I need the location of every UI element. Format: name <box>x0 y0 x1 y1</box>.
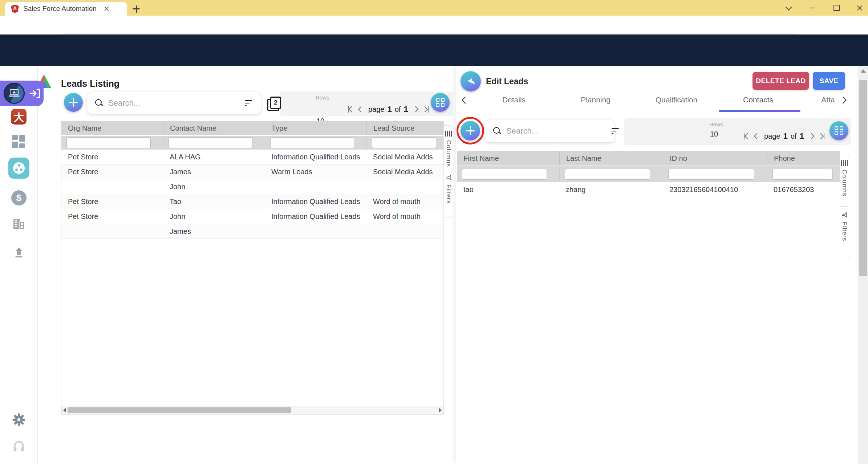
window-close-button[interactable] <box>851 0 868 16</box>
table-row[interactable]: Pet StoreJamesWarm LeadsSocial Media Add… <box>61 164 443 179</box>
column-filter-input[interactable] <box>772 169 833 180</box>
table-row[interactable]: taozhang230321656041004100167653203 <box>457 182 840 197</box>
angular-favicon-icon <box>11 5 19 13</box>
right-search-input[interactable] <box>506 126 612 136</box>
browser-tab-bar: Sales Force Automation <box>0 0 868 16</box>
columns-side-tab[interactable]: Columns <box>840 155 849 211</box>
columns-icon <box>841 160 848 166</box>
columns-icon <box>445 131 452 137</box>
tab-planning[interactable]: Planning <box>574 95 617 104</box>
filter-sort-icon[interactable] <box>245 100 252 106</box>
first-page-button[interactable] <box>348 106 354 113</box>
table-cell: Social Media Adds <box>366 165 444 179</box>
column-header[interactable]: Org Name <box>61 121 163 135</box>
delete-lead-button[interactable]: DELETE LEAD <box>753 72 809 90</box>
column-header[interactable]: Lead Source <box>366 121 444 135</box>
rows-label: Rows <box>316 94 329 101</box>
tab-details[interactable]: Details <box>494 95 534 104</box>
column-header[interactable]: ID no <box>663 151 767 165</box>
tab-attachments[interactable]: Atta <box>817 95 839 104</box>
column-filter-input[interactable] <box>66 137 151 148</box>
sidebar-item-red-cjk-app[interactable] <box>11 109 27 125</box>
filter-sort-icon[interactable] <box>612 128 619 134</box>
table-row[interactable]: Pet StoreTaoInformation Qualified LeadsW… <box>61 194 443 209</box>
plus-icon <box>69 98 78 107</box>
window-restore-button[interactable] <box>828 0 845 16</box>
next-page-button[interactable] <box>809 134 814 138</box>
tab-close-icon[interactable] <box>102 4 111 13</box>
table-cell: Tao <box>163 195 265 209</box>
columns-side-tab[interactable]: Columns <box>444 125 453 174</box>
column-header[interactable]: First Name <box>457 151 559 165</box>
browser-tab[interactable]: Sales Force Automation <box>5 2 127 16</box>
column-filter-input[interactable] <box>565 169 650 180</box>
window-minimize-button[interactable] <box>804 0 821 16</box>
table-row[interactable]: John <box>61 179 443 194</box>
column-filter-input[interactable] <box>462 169 547 180</box>
window-chevron-button[interactable] <box>780 0 797 16</box>
table-row[interactable]: Pet StoreJohnInformation Qualified Leads… <box>61 209 443 224</box>
add-lead-button[interactable] <box>64 93 83 112</box>
next-page-button[interactable] <box>413 107 418 111</box>
page-scrollbar[interactable] <box>858 66 868 464</box>
tab-contacts[interactable]: Contacts <box>734 95 783 104</box>
duplicate-view-button[interactable]: 2 <box>267 97 281 110</box>
chevron-down-icon <box>785 4 792 10</box>
column-filter-input[interactable] <box>169 137 252 148</box>
sidebar-item-finance[interactable] <box>11 190 27 205</box>
scroll-right-icon[interactable] <box>439 408 442 413</box>
sidebar-item-organization[interactable] <box>11 216 27 232</box>
sidebar-item-upload[interactable] <box>12 245 26 259</box>
contacts-table-body: taozhang230321656041004100167653203 <box>457 182 840 197</box>
table-cell: Pet Store <box>61 165 163 179</box>
new-tab-button[interactable] <box>131 4 141 14</box>
save-button[interactable]: SAVE <box>813 72 845 90</box>
sidebar-item-active-applet[interactable] <box>0 81 44 106</box>
scroll-up-icon[interactable] <box>861 69 866 73</box>
last-page-button[interactable] <box>819 133 824 139</box>
leads-table-body: Pet StoreALA HAGInformation Qualified Le… <box>61 150 443 239</box>
back-button[interactable] <box>461 71 481 91</box>
column-filter-input[interactable] <box>372 137 436 148</box>
prev-page-button[interactable] <box>755 134 759 138</box>
column-header[interactable]: Contact Name <box>163 121 265 135</box>
left-pagination: page1of1 <box>348 105 429 114</box>
column-header[interactable]: Phone <box>767 151 840 165</box>
sidebar-item-dashboard[interactable] <box>12 135 25 148</box>
tabs-scroll-right[interactable] <box>840 94 845 105</box>
sidebar-item-support[interactable] <box>12 439 26 453</box>
table-cell: Pet Store <box>61 195 163 209</box>
tabs-scroll-left[interactable] <box>463 94 468 105</box>
search-icon <box>493 127 501 135</box>
contacts-table-filter-row <box>457 166 840 182</box>
table-cell: Pet Store <box>61 150 163 164</box>
filters-side-tab[interactable]: Filters <box>840 206 849 259</box>
prev-page-button[interactable] <box>359 107 363 111</box>
grid-view-button[interactable] <box>431 93 450 112</box>
filters-side-tab[interactable]: Filters <box>444 169 453 217</box>
table-cell: Pet Store <box>61 209 163 224</box>
tab-qualification[interactable]: Qualification <box>650 95 703 104</box>
back-arrow-icon <box>465 76 476 87</box>
scroll-left-icon[interactable] <box>63 408 66 413</box>
column-filter-input[interactable] <box>270 137 354 148</box>
table-cell: tao <box>457 183 559 197</box>
browser-toolbar: ← → ↻ akaun.cloud/#/applets/akaun/sfa/le… <box>0 16 868 35</box>
horizontal-scrollbar-thumb[interactable] <box>68 407 291 413</box>
column-filter-input[interactable] <box>668 169 754 180</box>
table-row[interactable]: James <box>61 224 443 239</box>
plus-icon <box>466 126 475 135</box>
sidebar-item-teal-app[interactable] <box>8 158 29 179</box>
sidebar-item-settings[interactable] <box>11 412 27 428</box>
page-scrollbar-thumb[interactable] <box>859 80 867 276</box>
funnel-icon <box>445 174 452 181</box>
first-page-button[interactable] <box>744 133 750 139</box>
last-page-button[interactable] <box>423 106 429 113</box>
grid-view-button[interactable] <box>830 121 848 140</box>
table-row[interactable]: Pet StoreALA HAGInformation Qualified Le… <box>61 150 443 164</box>
horizontal-scrollbar[interactable] <box>61 406 443 414</box>
left-search-input[interactable] <box>108 98 245 108</box>
add-contact-button[interactable] <box>461 121 480 141</box>
column-header[interactable]: Type <box>265 121 366 135</box>
column-header[interactable]: Last Name <box>559 151 663 165</box>
